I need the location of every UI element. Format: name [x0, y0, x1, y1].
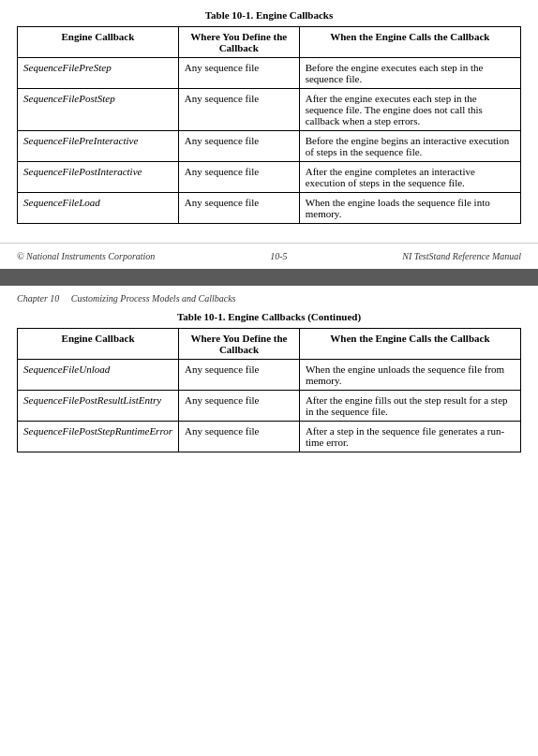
- callback-name: SequenceFilePostInteractive: [18, 162, 179, 193]
- page-top: Table 10-1. Engine Callbacks Engine Call…: [0, 0, 538, 231]
- table-row: SequenceFilePostStep Any sequence file A…: [18, 89, 521, 131]
- page-divider: [0, 269, 538, 286]
- where-define: Any sequence file: [179, 391, 300, 422]
- table-row: SequenceFilePreInteractive Any sequence …: [18, 131, 521, 162]
- table-top: Engine Callback Where You Define the Cal…: [17, 26, 521, 224]
- when-calls: Before the engine executes each step in …: [299, 58, 520, 89]
- where-define: Any sequence file: [179, 422, 300, 452]
- col-header-b3: When the Engine Calls the Callback: [299, 329, 520, 360]
- callback-name: SequenceFileUnload: [18, 360, 179, 391]
- page-footer: © National Instruments Corporation 10-5 …: [0, 243, 538, 269]
- copyright-text: © National Instruments Corporation: [17, 251, 155, 261]
- callback-name: SequenceFilePreStep: [18, 58, 179, 89]
- table-row: SequenceFilePostStepRuntimeError Any seq…: [18, 422, 521, 452]
- table-bottom: Engine Callback Where You Define the Cal…: [17, 328, 521, 452]
- table-row: SequenceFileLoad Any sequence file When …: [18, 193, 521, 224]
- where-define: Any sequence file: [178, 89, 299, 131]
- col-header-b2: Where You Define the Callback: [179, 329, 300, 360]
- table-title-top: Table 10-1. Engine Callbacks: [17, 9, 521, 21]
- col-header-3: When the Engine Calls the Callback: [299, 27, 520, 58]
- table-row: SequenceFilePostInteractive Any sequence…: [18, 162, 521, 193]
- when-calls: Before the engine begins an interactive …: [299, 131, 520, 162]
- col-header-1: Engine Callback: [18, 27, 179, 58]
- when-calls: After the engine completes an interactiv…: [299, 162, 520, 193]
- chapter-label: Chapter 10: [17, 293, 59, 304]
- col-header-b1: Engine Callback: [18, 329, 179, 360]
- when-calls: When the engine loads the sequence file …: [299, 193, 520, 224]
- col-header-2: Where You Define the Callback: [178, 27, 299, 58]
- when-calls: When the engine unloads the sequence fil…: [299, 360, 520, 391]
- table-title-bottom: Table 10-1. Engine Callbacks (Continued): [17, 311, 521, 322]
- where-define: Any sequence file: [178, 131, 299, 162]
- table-row: SequenceFilePostResultListEntry Any sequ…: [18, 391, 521, 422]
- callback-name: SequenceFilePostResultListEntry: [18, 391, 179, 422]
- callback-name: SequenceFilePostStepRuntimeError: [18, 422, 179, 452]
- when-calls: After the engine executes each step in t…: [299, 89, 520, 131]
- table-row: SequenceFilePreStep Any sequence file Be…: [18, 58, 521, 89]
- where-define: Any sequence file: [178, 58, 299, 89]
- table-row: SequenceFileUnload Any sequence file Whe…: [18, 360, 521, 391]
- callback-name: SequenceFilePostStep: [18, 89, 179, 131]
- page-number: 10-5: [270, 251, 287, 261]
- callback-name: SequenceFileLoad: [18, 193, 179, 224]
- chapter-header: Chapter 10 Customizing Process Models an…: [17, 293, 521, 304]
- callback-name: SequenceFilePreInteractive: [18, 131, 179, 162]
- when-calls: After the engine fills out the step resu…: [299, 391, 520, 422]
- when-calls: After a step in the sequence file genera…: [299, 422, 520, 452]
- where-define: Any sequence file: [178, 162, 299, 193]
- doc-title: NI TestStand Reference Manual: [402, 251, 521, 261]
- where-define: Any sequence file: [178, 193, 299, 224]
- where-define: Any sequence file: [179, 360, 300, 391]
- chapter-title: Customizing Process Models and Callbacks: [71, 293, 236, 304]
- page-bottom: Chapter 10 Customizing Process Models an…: [0, 286, 538, 462]
